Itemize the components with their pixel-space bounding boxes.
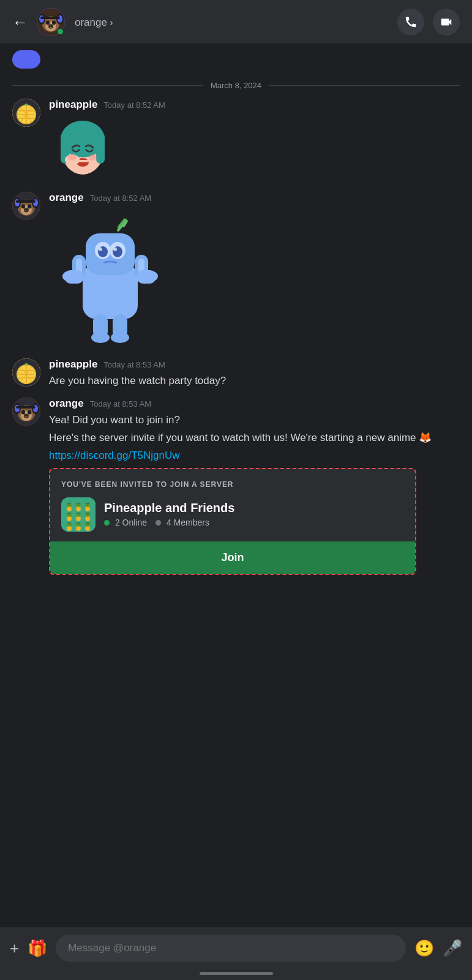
- online-indicator: [56, 28, 64, 36]
- message-time-2: Today at 8:52 AM: [90, 194, 151, 203]
- member-dot: [155, 520, 161, 526]
- divider-line-right: [269, 85, 460, 86]
- date-divider-text: March 8, 2024: [211, 81, 261, 90]
- message-group-1: pineapple Today at 8:52 AM: [0, 96, 472, 186]
- gift-button[interactable]: 🎁: [28, 939, 47, 958]
- online-count: 2 Online: [115, 518, 147, 527]
- svg-point-79: [24, 413, 29, 417]
- message-input[interactable]: [56, 935, 406, 962]
- svg-point-77: [21, 410, 25, 414]
- message-time-4: Today at 8:53 AM: [90, 399, 151, 409]
- message-username-2: orange: [49, 192, 84, 204]
- message-header-2: orange Today at 8:52 AM: [49, 192, 460, 204]
- message-content-3: pineapple Today at 8:53 AM Are you havin…: [49, 358, 460, 389]
- svg-text:🍍: 🍍: [83, 502, 93, 512]
- partial-message: [0, 44, 472, 69]
- add-attachment-button[interactable]: +: [10, 939, 19, 958]
- svg-point-59: [111, 332, 129, 343]
- message-username-1: pineapple: [49, 99, 97, 111]
- svg-point-51: [113, 247, 117, 251]
- header-actions: [397, 9, 460, 36]
- orange-avatar-1: [12, 192, 40, 220]
- svg-point-8: [46, 20, 50, 24]
- invite-label: YOU'VE BEEN INVITED TO JOIN A SERVER: [61, 480, 404, 489]
- voice-call-button[interactable]: [397, 9, 424, 36]
- svg-rect-76: [16, 406, 36, 409]
- svg-point-38: [28, 205, 31, 209]
- message-time-1: Today at 8:52 AM: [103, 100, 165, 110]
- message-header-1: pineapple Today at 8:52 AM: [49, 99, 460, 111]
- svg-point-58: [91, 332, 110, 343]
- anime-sticker: [49, 116, 116, 183]
- svg-point-37: [21, 205, 25, 209]
- message-content-4: orange Today at 8:53 AM Yea! Did you wan…: [49, 398, 460, 575]
- microphone-button[interactable]: 🎤: [443, 939, 462, 958]
- svg-point-50: [99, 247, 102, 251]
- svg-point-9: [52, 20, 56, 24]
- server-name: Pineapple and Friends: [104, 501, 404, 515]
- join-server-button[interactable]: Join: [50, 541, 415, 574]
- message-line-2: Here's the server invite if you want to …: [49, 430, 460, 446]
- server-stats: 2 Online 4 Members: [104, 518, 404, 527]
- orange-avatar-2: [12, 398, 40, 426]
- message-text-3: Are you having the watch party today?: [49, 373, 460, 389]
- svg-point-10: [48, 24, 53, 27]
- chat-area: March 8, 2024 pineapple: [0, 44, 472, 980]
- svg-point-78: [28, 410, 31, 414]
- svg-point-28: [89, 154, 97, 160]
- pineapple-avatar-2: [12, 358, 40, 386]
- date-divider: March 8, 2024: [0, 69, 472, 96]
- svg-rect-36: [16, 200, 36, 203]
- message-group-3: pineapple Today at 8:53 AM Are you havin…: [0, 356, 472, 391]
- discord-invite-link[interactable]: https://discord.gg/T5NjgnUw: [49, 450, 180, 461]
- video-call-button[interactable]: [433, 9, 460, 36]
- message-header-3: pineapple Today at 8:53 AM: [49, 358, 460, 371]
- online-dot: [104, 520, 110, 526]
- pineapple-avatar-1: [12, 99, 40, 127]
- message-content-2: orange Today at 8:52 AM: [49, 192, 460, 350]
- contact-name[interactable]: orange›: [72, 15, 397, 29]
- message-header-4: orange Today at 8:53 AM: [49, 398, 460, 410]
- svg-point-54: [62, 271, 77, 282]
- server-icon: 🍍 🍍 🍍 🍍 🍍 🍍 🍍 🍍 🍍: [61, 497, 96, 532]
- server-invite-card: YOU'VE BEEN INVITED TO JOIN A SERVER 🍍 🍍…: [49, 468, 416, 575]
- message-content-1: pineapple Today at 8:52 AM: [49, 99, 460, 183]
- svg-rect-7: [40, 17, 60, 19]
- message-line-1: Yea! Did you want to join in?: [49, 412, 460, 428]
- message-username-3: pineapple: [49, 358, 97, 371]
- online-stat: 2 Online: [104, 518, 147, 527]
- server-info: Pineapple and Friends 2 Online 4 Members: [104, 501, 404, 527]
- contact-avatar-wrap[interactable]: [37, 8, 65, 36]
- emoji-button[interactable]: 🙂: [414, 939, 434, 958]
- chat-header: ←: [0, 0, 472, 44]
- message-group-4: orange Today at 8:53 AM Yea! Did you wan…: [0, 395, 472, 578]
- svg-point-39: [24, 208, 29, 211]
- message-username-4: orange: [49, 398, 84, 410]
- partial-avatar: [12, 50, 40, 69]
- message-time-3: Today at 8:53 AM: [103, 360, 165, 369]
- svg-point-55: [143, 271, 158, 282]
- divider-line-left: [12, 85, 203, 86]
- back-button[interactable]: ←: [12, 14, 28, 30]
- message-group-2: orange Today at 8:52 AM: [0, 189, 472, 352]
- svg-rect-41: [86, 233, 135, 275]
- robot-sticker: [49, 209, 171, 350]
- svg-text:🍍: 🍍: [83, 521, 93, 532]
- svg-rect-23: [96, 133, 105, 164]
- member-count: 4 Members: [167, 518, 209, 527]
- home-indicator: [200, 972, 273, 975]
- invite-server-row: 🍍 🍍 🍍 🍍 🍍 🍍 🍍 🍍 🍍 Pineapple and: [61, 497, 404, 532]
- member-stat: 4 Members: [155, 518, 209, 527]
- svg-point-27: [68, 154, 77, 160]
- svg-text:🍍: 🍍: [83, 511, 93, 522]
